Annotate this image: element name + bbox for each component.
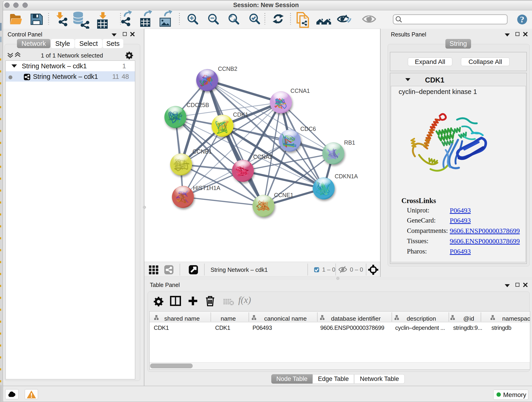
- svg-text:1 – 0: 1 – 0: [322, 266, 336, 273]
- svg-text:CCNB1: CCNB1: [192, 148, 212, 155]
- svg-text:f(x): f(x): [238, 295, 251, 305]
- svg-text:stringdb:9...: stringdb:9...: [453, 325, 482, 331]
- svg-text:namespace: namespace: [502, 315, 530, 322]
- svg-text:shared name: shared name: [164, 315, 200, 322]
- svg-text:CDC6: CDC6: [300, 126, 316, 132]
- svg-text:CDK1: CDK1: [215, 325, 230, 331]
- svg-text:0 – 0: 0 – 0: [350, 266, 363, 273]
- svg-text:String Network – cdk1: String Network – cdk1: [210, 267, 268, 273]
- svg-text:RB1: RB1: [344, 139, 355, 146]
- svg-text:CCNA1: CCNA1: [291, 88, 310, 94]
- svg-text:@id: @id: [463, 315, 474, 322]
- svg-text:CCNB2: CCNB2: [218, 65, 237, 72]
- svg-text:cyclin–dependent ...: cyclin–dependent ...: [395, 325, 445, 331]
- svg-text:HIST1H1A: HIST1H1A: [193, 185, 220, 191]
- svg-text:CCNA2: CCNA2: [253, 153, 273, 160]
- svg-text:CCNE1: CCNE1: [274, 192, 293, 198]
- svg-text:CDK1: CDK1: [154, 325, 169, 331]
- svg-text:database identifier: database identifier: [331, 315, 381, 322]
- svg-text:stringdb: stringdb: [491, 325, 511, 331]
- svg-text:CDK1: CDK1: [233, 111, 248, 118]
- svg-text:?: ?: [520, 15, 525, 24]
- svg-text:canonical name: canonical name: [264, 315, 307, 322]
- svg-text:9606.ENSP00000378699: 9606.ENSP00000378699: [320, 325, 384, 331]
- svg-text:CDKN1A: CDKN1A: [335, 173, 358, 179]
- svg-text:P06493: P06493: [253, 325, 272, 331]
- svg-text:name: name: [221, 315, 236, 322]
- svg-text:CDC25B: CDC25B: [186, 102, 209, 108]
- svg-text:description: description: [407, 315, 436, 322]
